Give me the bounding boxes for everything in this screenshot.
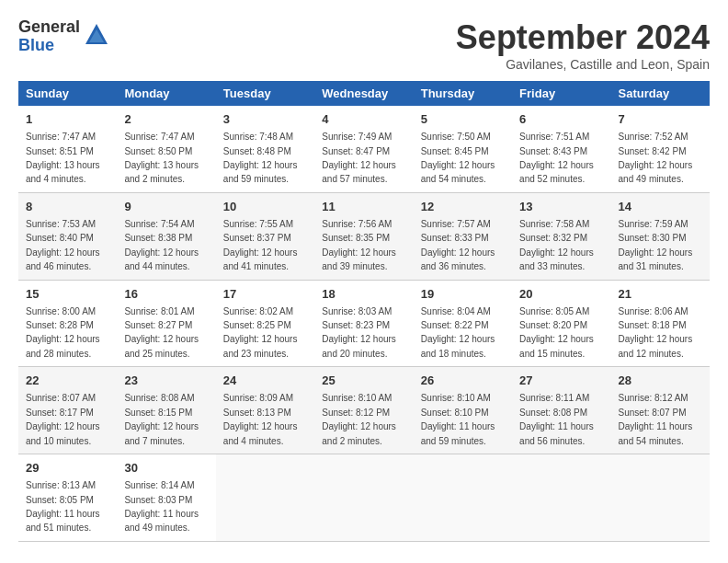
day-sunrise: Sunrise: 8:11 AM [519,393,589,403]
weekday-header-thursday: Thursday [414,81,512,106]
calendar-cell: 1 Sunrise: 7:47 AM Sunset: 8:51 PM Dayli… [18,106,117,192]
calendar-cell: 21 Sunrise: 8:06 AM Sunset: 8:18 PM Dayl… [611,280,710,367]
day-daylight: Daylight: 11 hours and 56 minutes. [519,421,594,445]
day-sunset: Sunset: 8:51 PM [26,146,94,156]
day-sunset: Sunset: 8:22 PM [421,320,489,330]
month-title: September 2024 [456,18,710,57]
day-daylight: Daylight: 12 hours and 7 minutes. [124,421,199,445]
day-sunrise: Sunrise: 7:59 AM [619,219,688,229]
calendar-cell: 15 Sunrise: 8:00 AM Sunset: 8:28 PM Dayl… [18,280,117,367]
day-daylight: Daylight: 12 hours and 4 minutes. [223,421,298,445]
day-daylight: Daylight: 12 hours and 54 minutes. [421,160,495,184]
weekday-header-monday: Monday [117,81,215,106]
day-sunrise: Sunrise: 8:05 AM [519,306,589,316]
calendar-cell: 3 Sunrise: 7:48 AM Sunset: 8:48 PM Dayli… [216,106,314,192]
calendar-cell: 13 Sunrise: 7:58 AM Sunset: 8:32 PM Dayl… [512,192,610,280]
day-daylight: Daylight: 12 hours and 36 minutes. [421,247,495,271]
day-sunset: Sunset: 8:15 PM [124,408,192,418]
day-number: 7 [619,111,702,128]
day-daylight: Daylight: 12 hours and 33 minutes. [519,247,594,271]
calendar-cell [611,454,710,542]
day-daylight: Daylight: 12 hours and 28 minutes. [26,334,100,358]
calendar-cell: 12 Sunrise: 7:57 AM Sunset: 8:33 PM Dayl… [414,192,512,280]
day-number: 28 [619,373,702,389]
day-sunset: Sunset: 8:27 PM [124,320,192,330]
day-number: 22 [26,373,109,389]
logo-blue-text: Blue [18,37,80,55]
calendar-cell: 25 Sunrise: 8:10 AM Sunset: 8:12 PM Dayl… [314,367,413,454]
calendar-cell: 2 Sunrise: 7:47 AM Sunset: 8:50 PM Dayli… [117,106,215,192]
day-daylight: Daylight: 12 hours and 49 minutes. [619,160,693,184]
day-sunrise: Sunrise: 8:07 AM [26,393,96,403]
calendar-cell: 16 Sunrise: 8:01 AM Sunset: 8:27 PM Dayl… [117,280,215,367]
day-sunset: Sunset: 8:07 PM [619,408,687,418]
day-sunrise: Sunrise: 8:10 AM [421,393,491,403]
calendar-cell: 10 Sunrise: 7:55 AM Sunset: 8:37 PM Dayl… [216,192,314,280]
day-sunrise: Sunrise: 8:08 AM [124,393,194,403]
week-row-2: 8 Sunrise: 7:53 AM Sunset: 8:40 PM Dayli… [18,192,710,280]
day-number: 2 [124,111,208,128]
day-number: 23 [124,373,208,389]
day-daylight: Daylight: 12 hours and 52 minutes. [519,160,594,184]
calendar-cell: 6 Sunrise: 7:51 AM Sunset: 8:43 PM Dayli… [512,106,610,192]
day-sunrise: Sunrise: 7:58 AM [519,219,589,229]
day-sunset: Sunset: 8:13 PM [223,408,291,418]
day-sunset: Sunset: 8:05 PM [26,495,94,505]
day-sunset: Sunset: 8:48 PM [223,146,291,156]
day-number: 8 [26,199,109,215]
day-sunset: Sunset: 8:10 PM [421,408,489,418]
week-row-3: 15 Sunrise: 8:00 AM Sunset: 8:28 PM Dayl… [18,280,710,367]
day-sunset: Sunset: 8:33 PM [421,233,489,243]
day-sunset: Sunset: 8:28 PM [26,320,94,330]
day-daylight: Daylight: 12 hours and 2 minutes. [322,421,396,445]
day-daylight: Daylight: 12 hours and 18 minutes. [421,334,495,358]
day-daylight: Daylight: 12 hours and 25 minutes. [124,334,199,358]
day-sunset: Sunset: 8:17 PM [26,408,94,418]
day-sunset: Sunset: 8:32 PM [519,233,587,243]
calendar-cell: 9 Sunrise: 7:54 AM Sunset: 8:38 PM Dayli… [117,192,215,280]
day-sunrise: Sunrise: 8:02 AM [223,306,293,316]
day-number: 26 [421,373,505,389]
location-subtitle: Gavilanes, Castille and Leon, Spain [456,57,710,72]
calendar-cell: 28 Sunrise: 8:12 AM Sunset: 8:07 PM Dayl… [611,367,710,454]
day-sunrise: Sunrise: 8:13 AM [26,480,96,490]
calendar-cell: 4 Sunrise: 7:49 AM Sunset: 8:47 PM Dayli… [314,106,413,192]
calendar-cell [512,454,610,542]
day-sunset: Sunset: 8:35 PM [322,233,390,243]
day-sunset: Sunset: 8:03 PM [124,495,192,505]
weekday-header-tuesday: Tuesday [216,81,314,106]
day-sunset: Sunset: 8:25 PM [223,320,291,330]
calendar-cell: 27 Sunrise: 8:11 AM Sunset: 8:08 PM Dayl… [512,367,610,454]
calendar-cell: 19 Sunrise: 8:04 AM Sunset: 8:22 PM Dayl… [414,280,512,367]
calendar-cell: 29 Sunrise: 8:13 AM Sunset: 8:05 PM Dayl… [18,454,117,542]
day-sunrise: Sunrise: 7:50 AM [421,132,491,142]
day-number: 21 [619,286,702,303]
calendar-cell: 14 Sunrise: 7:59 AM Sunset: 8:30 PM Dayl… [611,192,710,280]
day-daylight: Daylight: 13 hours and 4 minutes. [26,160,100,184]
day-sunset: Sunset: 8:12 PM [322,408,390,418]
weekday-header-sunday: Sunday [18,81,117,106]
day-sunrise: Sunrise: 8:09 AM [223,393,293,403]
day-number: 20 [519,286,603,303]
day-number: 30 [124,460,208,477]
day-number: 17 [223,286,307,303]
day-sunrise: Sunrise: 7:55 AM [223,219,293,229]
weekday-header-wednesday: Wednesday [314,81,413,106]
day-sunrise: Sunrise: 8:04 AM [421,306,491,316]
day-sunrise: Sunrise: 7:57 AM [421,219,491,229]
calendar-cell: 18 Sunrise: 8:03 AM Sunset: 8:23 PM Dayl… [314,280,413,367]
day-daylight: Daylight: 13 hours and 2 minutes. [124,160,199,184]
day-sunset: Sunset: 8:45 PM [421,146,489,156]
calendar-cell: 5 Sunrise: 7:50 AM Sunset: 8:45 PM Dayli… [414,106,512,192]
day-daylight: Daylight: 11 hours and 54 minutes. [619,421,693,445]
day-sunset: Sunset: 8:38 PM [124,233,192,243]
day-number: 1 [26,111,109,128]
day-number: 3 [223,111,307,128]
day-sunset: Sunset: 8:40 PM [26,233,94,243]
logo-icon [84,22,109,48]
day-sunset: Sunset: 8:18 PM [619,320,687,330]
day-sunset: Sunset: 8:20 PM [519,320,587,330]
day-sunset: Sunset: 8:42 PM [619,146,687,156]
day-sunrise: Sunrise: 8:06 AM [619,306,688,316]
day-daylight: Daylight: 12 hours and 46 minutes. [26,247,100,271]
